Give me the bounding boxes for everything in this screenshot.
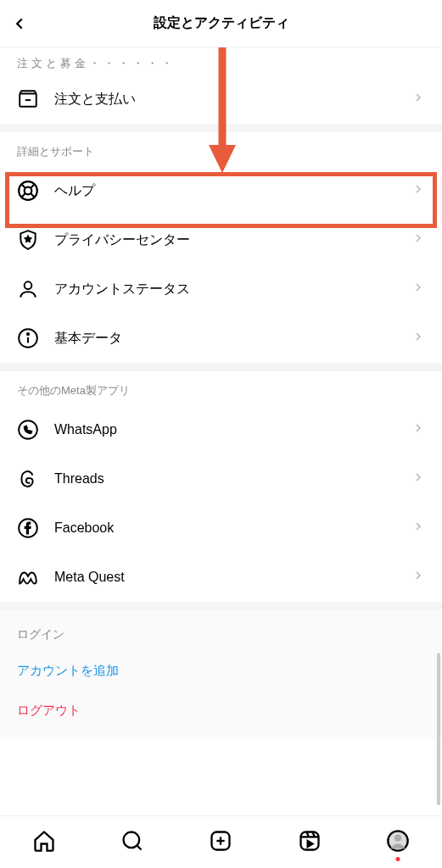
nav-search[interactable]	[120, 829, 144, 856]
section-header-more: 詳細とサポート	[0, 132, 442, 166]
chevron-left-icon	[10, 14, 29, 33]
nav-home[interactable]	[32, 829, 56, 856]
facebook-row[interactable]: Facebook	[0, 504, 442, 553]
list-item-label: 注文と支払い	[54, 91, 396, 108]
privacy-center-row[interactable]: プライバシーセンター	[0, 215, 442, 264]
chevron-right-icon	[411, 520, 425, 537]
chevron-right-icon	[411, 182, 425, 199]
svg-line-6	[21, 193, 25, 198]
list-item-label: プライバシーセンター	[54, 231, 396, 249]
person-icon	[17, 278, 39, 300]
account-status-row[interactable]: アカウントステータス	[0, 264, 442, 314]
chevron-right-icon	[411, 569, 425, 586]
section-header-login: ログイン	[0, 610, 442, 651]
chevron-right-icon	[411, 91, 425, 108]
list-item-label: 基本データ	[54, 330, 396, 348]
add-account-link[interactable]: アカウントを追加	[0, 651, 442, 691]
chevron-right-icon	[411, 421, 425, 438]
section-divider	[0, 602, 442, 610]
list-item-label: Meta Quest	[54, 570, 396, 585]
chevron-right-icon	[411, 281, 425, 298]
plus-square-icon	[209, 829, 232, 853]
svg-point-2	[25, 187, 32, 195]
chevron-right-icon	[411, 470, 425, 487]
svg-point-13	[124, 832, 140, 848]
nav-create[interactable]	[209, 829, 232, 856]
svg-rect-18	[300, 832, 318, 849]
nav-reels[interactable]	[298, 829, 322, 856]
list-item-label: Facebook	[54, 520, 396, 536]
svg-line-4	[31, 193, 35, 198]
svg-point-23	[394, 834, 401, 841]
section-header-meta-apps: その他のMeta製アプリ	[0, 371, 442, 405]
back-button[interactable]	[10, 14, 29, 33]
reels-icon	[298, 829, 322, 853]
whatsapp-icon	[17, 419, 39, 441]
profile-icon	[386, 829, 410, 853]
list-item-label: Threads	[54, 471, 396, 487]
svg-line-5	[31, 184, 35, 188]
threads-row[interactable]: Threads	[0, 454, 442, 504]
bottom-nav	[0, 815, 442, 868]
section-divider	[0, 363, 442, 371]
svg-line-3	[21, 184, 25, 188]
orders-and-payments-row[interactable]: 注文と支払い	[0, 75, 442, 124]
list-item-label: WhatsApp	[54, 422, 396, 437]
home-icon	[32, 829, 56, 853]
scrollbar[interactable]	[437, 653, 440, 805]
svg-point-10	[27, 333, 29, 335]
shield-star-icon	[17, 229, 39, 251]
logout-link[interactable]: ログアウト	[0, 691, 442, 731]
info-icon	[17, 327, 39, 349]
login-section: ログイン アカウントを追加 ログアウト	[0, 610, 442, 739]
header: 設定とアクティビティ	[0, 0, 442, 47]
notification-dot	[395, 857, 400, 861]
svg-point-7	[25, 281, 32, 289]
meta-quest-row[interactable]: Meta Quest	[0, 553, 442, 602]
help-row[interactable]: ヘルプ	[0, 166, 442, 215]
box-icon	[17, 88, 39, 110]
search-icon	[120, 829, 144, 853]
facebook-icon	[17, 517, 39, 539]
list-item-label: アカウントステータス	[54, 281, 396, 298]
svg-line-14	[137, 845, 142, 849]
page-title: 設定とアクティビティ	[154, 14, 289, 32]
meta-icon	[17, 566, 39, 588]
lifebuoy-icon	[17, 180, 39, 202]
whatsapp-row[interactable]: WhatsApp	[0, 405, 442, 454]
nav-profile[interactable]	[386, 829, 410, 856]
chevron-right-icon	[411, 231, 425, 248]
list-item-label: ヘルプ	[54, 182, 396, 200]
chevron-right-icon	[411, 330, 425, 347]
basic-data-row[interactable]: 基本データ	[0, 314, 442, 363]
threads-icon	[17, 468, 39, 490]
truncated-section-label: 注文と募金・・・・・・	[0, 47, 442, 75]
section-divider	[0, 124, 442, 132]
